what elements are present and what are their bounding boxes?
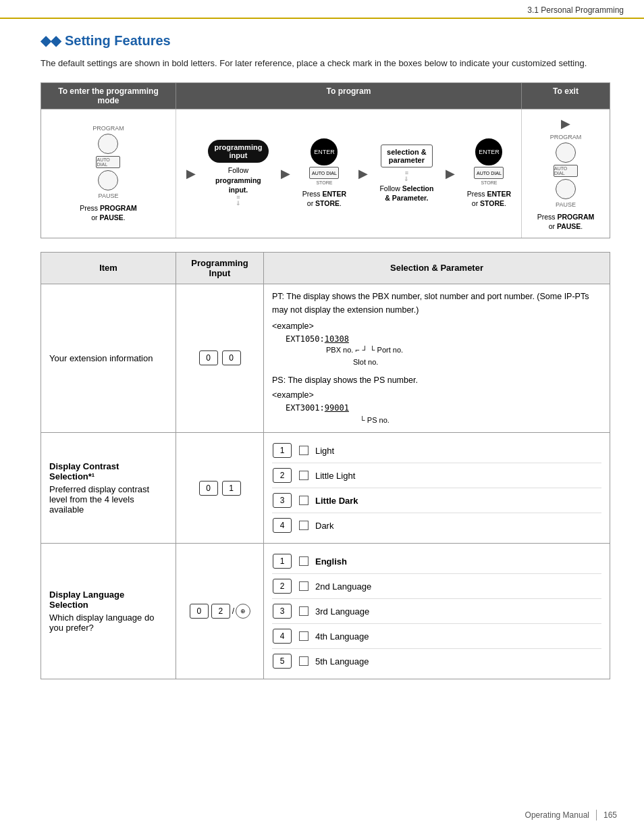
ext-info-item: Your extension information: [41, 284, 176, 432]
little-dark-label: Little Dark: [315, 496, 358, 506]
arrow1: ▶: [186, 166, 196, 181]
checkbox-3rd: [299, 606, 308, 616]
2nd-lang-label: 2nd Language: [315, 581, 371, 592]
key-opt-4a: 4: [273, 518, 292, 533]
enter-key2-col: ENTER AUTO DIAL STORE Press ENTERor STOR…: [467, 138, 511, 208]
contrast-selection: 1 Light 2 Little Light 3 Little Dark: [264, 433, 610, 544]
4th-lang-label: 4th Language: [315, 631, 369, 642]
key-opt-2b: 2: [273, 579, 292, 594]
pause-key2: [556, 179, 576, 199]
slot-no-label: Slot no.: [353, 357, 601, 369]
key-opt-1b: 1: [273, 554, 292, 569]
diagram-exit-cell: ▶ PROGRAM AUTO DIAL PAUSE Press PROGRAMo…: [522, 109, 610, 238]
contrast-option-1: 1 Light: [272, 438, 601, 463]
language-option-4: 4 4th Language: [272, 624, 601, 649]
key-0a: 0: [199, 350, 218, 365]
key-opt-4b: 4: [273, 629, 292, 644]
checkbox-little-light: [299, 471, 308, 480]
diagram-col3-header: To exit: [522, 83, 610, 109]
checkbox-2nd: [299, 581, 308, 591]
key-2: 2: [211, 604, 230, 619]
contrast-option-4: 4 Dark: [272, 513, 601, 538]
dark-label: Dark: [315, 521, 333, 531]
diagram-col2-header: To program: [176, 83, 522, 109]
language-desc: Which display language do you prefer?: [49, 613, 167, 633]
features-table: Item ProgrammingInput Selection & Parame…: [41, 252, 610, 679]
checkbox-english: [299, 556, 308, 566]
slot-label: ┘ └ Port no.: [363, 344, 403, 357]
sel-param-col: selection &parameter ≡⇓ Follow Selection…: [379, 145, 433, 203]
flow-diagram: To enter the programming mode To program…: [41, 82, 610, 238]
page-number: 165: [603, 810, 617, 820]
contrast-title: Display ContrastSelection*¹: [49, 461, 167, 481]
auto-dial-key: AUTO DIAL: [96, 156, 120, 168]
pause-key: [98, 170, 118, 190]
language-option-5: 5 5th Language: [272, 649, 601, 673]
ps-desc: PS: The display shows the PS number.: [272, 373, 601, 387]
scroll-lines: ≡⇓: [236, 194, 241, 207]
table-row: Your extension information 0 0 PT: The d…: [41, 284, 610, 432]
ps-no-label: └ PS no.: [360, 415, 601, 427]
section-title: 3.1 Personal Programming: [527, 5, 624, 15]
table-row: Display ContrastSelection*¹ Preferred di…: [41, 433, 610, 544]
follow-caption: Followprogramminginput.: [215, 165, 261, 194]
contrast-option-2: 2 Little Light: [272, 463, 601, 488]
key-opt-3b: 3: [273, 604, 292, 619]
key-opt-2a: 2: [273, 468, 292, 483]
pause-label2: PAUSE: [556, 201, 576, 208]
page-footer: Operating Manual 165: [525, 810, 617, 820]
enter-key-col: ENTER AUTO DIAL STORE Press ENTERor STOR…: [302, 138, 346, 208]
contrast-input: 0 1: [176, 433, 264, 544]
key-0d: 0: [190, 604, 209, 619]
col-input-header: ProgrammingInput: [176, 252, 264, 284]
language-title: Display LanguageSelection: [49, 590, 167, 610]
intro-text: The default settings are shown in bold l…: [41, 57, 610, 70]
diagram-col1-header: To enter the programming mode: [41, 83, 176, 109]
checkbox-5th: [299, 656, 308, 666]
enter-key2-circle: ENTER: [475, 138, 502, 165]
example2-value: EXT3001:99001: [286, 402, 601, 415]
auto-dial-key3: AUTO DIAL: [474, 167, 504, 179]
title-text: Setting Features: [65, 33, 171, 49]
little-light-label: Little Light: [315, 471, 355, 481]
store-label2: STORE: [481, 180, 497, 185]
english-label: English: [315, 556, 347, 567]
diagram-enter-cell: PROGRAM AUTO DIAL PAUSE Press PROGRAMor …: [41, 109, 176, 238]
table-row: Display LanguageSelection Which display …: [41, 544, 610, 679]
program-label: PROGRAM: [92, 125, 124, 132]
contrast-item: Display ContrastSelection*¹ Preferred di…: [41, 433, 176, 544]
arrow4: ▶: [446, 166, 455, 181]
arrow2: ▶: [281, 166, 290, 181]
sel-param-box: selection &parameter: [381, 145, 433, 167]
auto-dial-key2: AUTO DIAL: [309, 167, 339, 179]
follow-sel-caption: Follow Selection& Parameter.: [379, 184, 433, 203]
store-label: STORE: [316, 180, 332, 185]
exit-caption: Press PROGRAMor PAUSE.: [537, 212, 595, 231]
nav-key-icon: ⊕: [236, 604, 250, 619]
section-header: 3.1 Personal Programming: [0, 0, 644, 19]
page-title: ◆◆ Setting Features: [41, 32, 610, 49]
key-opt-3a: 3: [273, 493, 292, 508]
3rd-lang-label: 3rd Language: [315, 606, 369, 617]
enter-key-circle: ENTER: [311, 138, 338, 165]
diagram-program-cell: ▶ programminginput Followprogramminginpu…: [176, 109, 522, 238]
checkbox-little-dark: [299, 496, 308, 505]
key-opt-1a: 1: [273, 443, 292, 458]
program-label2: PROGRAM: [550, 134, 582, 140]
footer-divider: [596, 810, 597, 820]
language-input: 0 2 / ⊕: [176, 544, 264, 679]
col-selection-header: Selection & Parameter: [264, 252, 610, 284]
enter-store2-caption: Press ENTERor STORE.: [467, 189, 511, 208]
key-0c: 0: [199, 481, 218, 496]
contrast-desc: Preferred display contrast level from th…: [49, 484, 167, 515]
language-option-3: 3 3rd Language: [272, 599, 601, 624]
language-option-2: 2 2nd Language: [272, 574, 601, 599]
key-1: 1: [222, 481, 241, 496]
light-label: Light: [315, 446, 334, 456]
auto-dial-key4: AUTO DIAL: [554, 165, 578, 177]
contrast-option-3: 3 Little Dark: [272, 488, 601, 513]
diamond-icon: ◆◆: [41, 32, 61, 49]
pbx-label: PBX no. ⌐: [326, 344, 360, 357]
pt-desc: PT: The display shows the PBX number, sl…: [272, 290, 601, 317]
checkbox-light: [299, 446, 308, 455]
